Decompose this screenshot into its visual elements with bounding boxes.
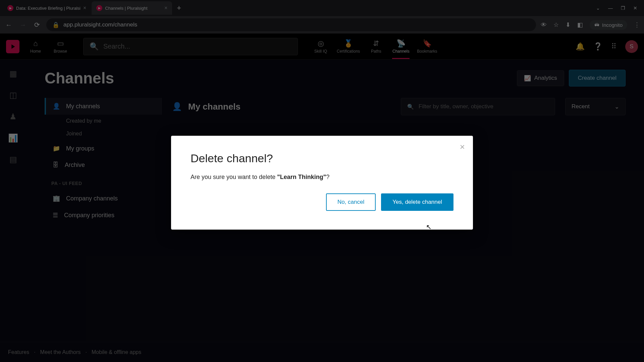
close-icon[interactable]: × — [460, 142, 465, 152]
dialog-message: Are you sure you want to delete "Learn T… — [191, 174, 453, 181]
cancel-button[interactable]: No, cancel — [326, 193, 376, 211]
delete-channel-dialog: × Delete channel? Are you sure you want … — [171, 136, 473, 230]
dialog-title: Delete channel? — [191, 152, 453, 165]
confirm-delete-button[interactable]: Yes, delete channel — [381, 193, 453, 211]
